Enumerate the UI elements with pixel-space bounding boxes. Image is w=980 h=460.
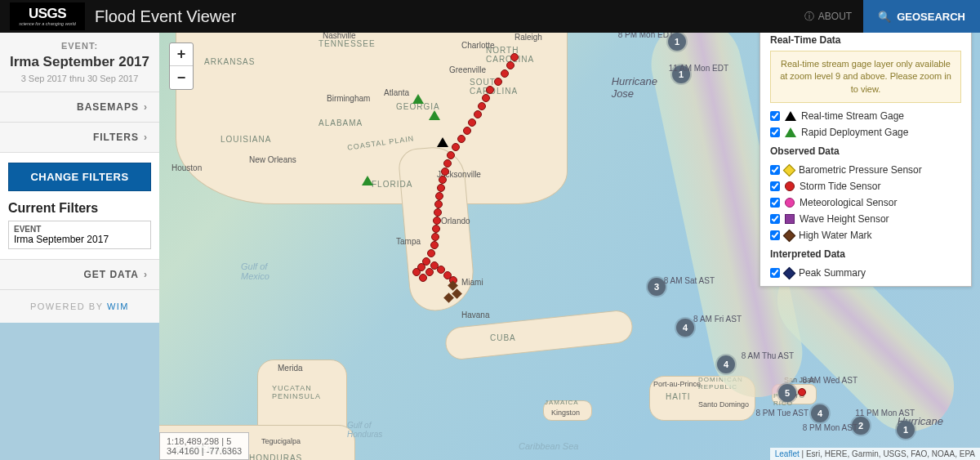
checkbox[interactable] bbox=[770, 165, 780, 175]
map-label-region: YUCATAN PENINSULA bbox=[272, 384, 321, 400]
hurricane-position-icon[interactable]: 3 bbox=[648, 278, 666, 296]
get-data-label: GET DATA bbox=[83, 269, 139, 280]
storm-tide-sensor-marker[interactable] bbox=[447, 151, 455, 159]
logo-text: USGS bbox=[29, 7, 66, 20]
track-time-label: 8 AM Fri AST bbox=[693, 315, 742, 324]
map-city: Charlotte bbox=[461, 41, 495, 50]
layer-toggle-hwm[interactable]: High Water Mark bbox=[770, 227, 961, 243]
wim-link[interactable]: WIM bbox=[107, 301, 129, 311]
logo-tagline: science for a changing world bbox=[19, 22, 76, 27]
layer-toggle-rdg[interactable]: Rapid Deployment Gage bbox=[770, 124, 961, 141]
event-heading: EVENT: bbox=[0, 33, 159, 54]
storm-tide-sensor-marker[interactable] bbox=[434, 208, 442, 217]
chevron-right-icon: › bbox=[144, 132, 148, 143]
leaflet-link[interactable]: Leaflet bbox=[775, 449, 800, 458]
layers-section-interpreted: Interpreted Data bbox=[770, 248, 961, 260]
storm-tide-sensor-marker[interactable] bbox=[510, 53, 519, 61]
storm-tide-sensor-marker[interactable] bbox=[427, 249, 435, 257]
diamond-brown-icon bbox=[783, 229, 796, 242]
storm-tide-sensor-marker[interactable] bbox=[468, 118, 476, 127]
filter-chip-value: Irma September 2017 bbox=[14, 234, 145, 245]
layer-toggle-mets[interactable]: Meteorological Sensor bbox=[770, 194, 961, 211]
checkbox[interactable] bbox=[770, 198, 780, 208]
storm-tide-sensor-marker[interactable] bbox=[798, 388, 806, 396]
get-data-nav[interactable]: GET DATA› bbox=[0, 260, 159, 290]
geosearch-label: GEOSEARCH bbox=[897, 11, 965, 23]
filters-nav[interactable]: FILTERS› bbox=[0, 123, 159, 153]
triangle-black-icon bbox=[785, 111, 796, 121]
storm-tide-sensor-marker[interactable] bbox=[430, 241, 439, 249]
storm-tide-sensor-marker[interactable] bbox=[494, 78, 502, 86]
diamond-yellow-icon bbox=[783, 163, 796, 176]
checkbox[interactable] bbox=[770, 111, 780, 121]
storm-tide-sensor-marker[interactable] bbox=[457, 135, 466, 143]
hurricane-position-icon[interactable]: 4 bbox=[811, 404, 829, 422]
hurricane-position-icon[interactable]: 4 bbox=[676, 319, 694, 337]
filter-chip-label: EVENT bbox=[14, 225, 145, 234]
storm-tide-sensor-marker[interactable] bbox=[441, 167, 449, 176]
basemaps-nav[interactable]: BASEMAPS› bbox=[0, 92, 159, 123]
about-link[interactable]: ⓘ ABOUT bbox=[793, 0, 863, 33]
checkbox[interactable] bbox=[770, 127, 780, 137]
track-time-label: 8 AM Thu AST bbox=[742, 351, 794, 360]
layer-toggle-peak[interactable]: Peak Summary bbox=[770, 265, 961, 281]
storm-tide-sensor-marker[interactable] bbox=[506, 61, 514, 69]
checkbox[interactable] bbox=[770, 230, 780, 240]
checkbox[interactable] bbox=[770, 181, 780, 191]
hurricane-position-icon[interactable]: 4 bbox=[717, 355, 735, 373]
usgs-logo[interactable]: USGS science for a changing world bbox=[10, 2, 85, 30]
map-water-label: Gulf of Honduras bbox=[347, 421, 382, 439]
storm-tide-sensor-marker[interactable] bbox=[478, 102, 486, 110]
filter-chip-event[interactable]: EVENT Irma September 2017 bbox=[8, 221, 151, 249]
storm-tide-sensor-marker[interactable] bbox=[443, 159, 452, 167]
map-city: Tegucigalpa bbox=[261, 437, 301, 445]
map-city: Santo Domingo bbox=[698, 400, 749, 409]
storm-tide-sensor-marker[interactable] bbox=[474, 110, 482, 118]
layer-toggle-rtsg[interactable]: Real-time Stream Gage bbox=[770, 108, 961, 124]
map-city: Miami bbox=[461, 278, 483, 287]
map-city: Merida bbox=[278, 364, 303, 373]
rapid-deployment-gage-marker[interactable] bbox=[429, 110, 440, 120]
hurricane-position-icon[interactable]: 5 bbox=[778, 384, 796, 402]
zoom-in-button[interactable]: + bbox=[170, 43, 193, 66]
storm-tide-sensor-marker[interactable] bbox=[435, 192, 443, 200]
map-label-country: JAMAICA bbox=[545, 399, 579, 406]
change-filters-button[interactable]: CHANGE FILTERS bbox=[8, 163, 151, 191]
track-time-label: 8 PM Tue AST bbox=[756, 409, 808, 418]
geosearch-button[interactable]: 🔍 GEOSEARCH bbox=[863, 0, 980, 33]
map-city: Kingston bbox=[551, 409, 580, 417]
storm-tide-sensor-marker[interactable] bbox=[463, 127, 471, 135]
layer-toggle-whs[interactable]: Wave Height Sensor bbox=[770, 211, 961, 227]
storm-tide-sensor-marker[interactable] bbox=[501, 69, 509, 78]
rapid-deployment-gage-marker[interactable] bbox=[362, 176, 373, 185]
rapid-deployment-gage-marker[interactable] bbox=[412, 94, 424, 104]
layers-section-observed: Observed Data bbox=[770, 145, 961, 157]
checkbox[interactable] bbox=[770, 268, 780, 278]
storm-tide-sensor-marker[interactable] bbox=[482, 94, 490, 102]
checkbox[interactable] bbox=[770, 214, 780, 224]
hurricane-position-icon[interactable]: 1 bbox=[897, 421, 915, 439]
storm-tide-sensor-marker[interactable] bbox=[431, 233, 439, 241]
basemaps-label: BASEMAPS bbox=[77, 101, 139, 113]
zoom-out-button[interactable]: − bbox=[170, 66, 193, 89]
map-label-state: ARKANSAS bbox=[204, 57, 255, 66]
storm-tide-sensor-marker[interactable] bbox=[486, 86, 494, 94]
map-city: Havana bbox=[461, 310, 489, 319]
storm-tide-sensor-marker[interactable] bbox=[433, 217, 441, 225]
chevron-right-icon: › bbox=[144, 101, 148, 113]
storm-tide-sensor-marker[interactable] bbox=[452, 143, 460, 151]
map-city: Greenville bbox=[449, 65, 486, 74]
layer-toggle-sts[interactable]: Storm Tide Sensor bbox=[770, 178, 961, 194]
storm-tide-sensor-marker[interactable] bbox=[439, 176, 447, 184]
about-label: ABOUT bbox=[818, 11, 852, 22]
map-label-state: LOUISIANA bbox=[220, 135, 271, 144]
storm-tide-sensor-marker[interactable] bbox=[434, 200, 443, 208]
storm-tide-sensor-marker[interactable] bbox=[432, 225, 440, 233]
track-time-label: 8 AM Sat AST bbox=[664, 276, 715, 285]
storm-tide-sensor-marker[interactable] bbox=[437, 184, 445, 192]
square-purple-icon bbox=[785, 214, 795, 224]
layer-toggle-bps[interactable]: Barometric Pressure Sensor bbox=[770, 162, 961, 178]
realtime-stream-gage-marker[interactable] bbox=[437, 137, 448, 147]
app-title: Flood Event Viewer bbox=[95, 7, 236, 26]
layers-section-realtime: Real-Time Data bbox=[770, 34, 961, 46]
